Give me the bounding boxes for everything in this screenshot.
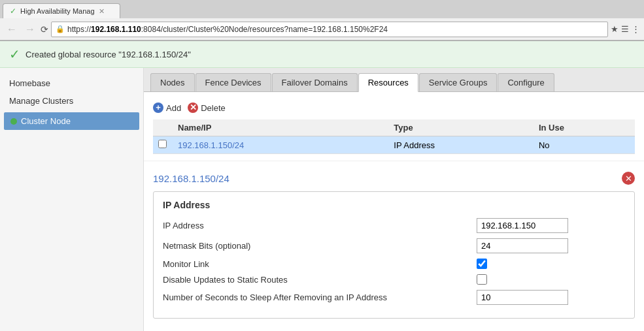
- page: ✓ Created global resource "192.168.1.150…: [0, 41, 644, 331]
- input-sleep-seconds[interactable]: [477, 290, 568, 305]
- browser-tab-bar: ✓ High Availability Manag ✕: [0, 0, 644, 18]
- browser-chrome: ✓ High Availability Manag ✕ ← → ⟳ 🔒 http…: [0, 0, 644, 41]
- table-header-row: Name/IP Type In Use: [153, 119, 635, 136]
- address-host: 192.168.1.110: [91, 25, 141, 34]
- success-message: Created global resource "192.168.1.150/2…: [25, 50, 191, 59]
- tab-favicon: ✓: [10, 7, 16, 16]
- delete-label: Delete: [201, 103, 226, 113]
- address-bar[interactable]: 🔒 https://192.168.1.110:8084/cluster/Clu…: [51, 22, 608, 37]
- actions-bar: + Add ✕ Delete: [153, 99, 635, 117]
- sidebar-item-homebase[interactable]: Homebase: [0, 74, 143, 92]
- table-row[interactable]: 192.168.1.150/24 IP Address No: [153, 136, 635, 154]
- form-row-monitor-link: Monitor Link: [163, 259, 625, 269]
- success-banner: ✓ Created global resource "192.168.1.150…: [0, 41, 644, 68]
- back-button[interactable]: ←: [4, 22, 20, 37]
- col-in-use: In Use: [534, 119, 635, 136]
- add-label: Add: [166, 103, 181, 113]
- main-layout: Homebase Manage Clusters Cluster Node No…: [0, 68, 644, 331]
- col-name-ip: Name/IP: [173, 119, 388, 136]
- label-ip-address: IP Address: [163, 221, 477, 230]
- form-row-disable-updates: Disable Updates to Static Routes: [163, 274, 625, 285]
- content-area: Nodes Fence Devices Failover Domains Res…: [144, 68, 644, 331]
- forward-button[interactable]: →: [22, 22, 38, 37]
- label-disable-updates: Disable Updates to Static Routes: [163, 275, 477, 285]
- detail-header: 192.168.1.150/24 ✕: [153, 168, 635, 191]
- reload-button[interactable]: ⟳: [41, 24, 48, 35]
- detail-section: 192.168.1.150/24 ✕ IP Address IP Address…: [144, 161, 644, 325]
- tab-close-button[interactable]: ✕: [99, 7, 105, 16]
- address-prefix: https://: [67, 25, 91, 34]
- row-name-ip[interactable]: 192.168.1.150/24: [173, 136, 388, 154]
- cluster-node-label: Cluster Node: [21, 116, 71, 126]
- add-icon: +: [153, 102, 163, 113]
- tab-nodes[interactable]: Nodes: [150, 73, 195, 91]
- row-checkbox[interactable]: [158, 140, 167, 148]
- tab-resources[interactable]: Resources: [358, 73, 418, 92]
- col-type: Type: [388, 119, 534, 136]
- address-port: :8084: [141, 25, 161, 34]
- secure-icon: 🔒: [56, 25, 65, 33]
- label-netmask: Netmask Bits (optional): [163, 241, 477, 251]
- form-row-sleep-seconds: Number of Seconds to Sleep After Removin…: [163, 290, 625, 305]
- delete-icon: ✕: [188, 102, 198, 113]
- form-section-title: IP Address: [163, 200, 625, 210]
- browser-tab-active[interactable]: ✓ High Availability Manag ✕: [3, 3, 120, 18]
- detail-form: IP Address IP Address Netmask Bits (opti…: [153, 191, 635, 319]
- detail-close-button[interactable]: ✕: [622, 172, 635, 185]
- label-monitor-link: Monitor Link: [163, 259, 477, 269]
- cluster-status-dot: [10, 118, 17, 125]
- checkbox-disable-updates[interactable]: [477, 274, 487, 285]
- row-type: IP Address: [388, 136, 534, 154]
- row-in-use: No: [534, 136, 635, 154]
- bookmark-button[interactable]: ★: [611, 24, 619, 34]
- tab-service-groups[interactable]: Service Groups: [419, 73, 498, 91]
- success-icon: ✓: [9, 46, 20, 62]
- form-row-netmask: Netmask Bits (optional): [163, 238, 625, 253]
- table-area: + Add ✕ Delete Name/IP Type In: [144, 92, 644, 161]
- form-row-ip-address: IP Address: [163, 218, 625, 233]
- menu-button[interactable]: ⋮: [632, 24, 640, 34]
- sidebar-item-manage-clusters[interactable]: Manage Clusters: [0, 92, 143, 110]
- browser-toolbar: ← → ⟳ 🔒 https://192.168.1.110:8084/clust…: [0, 18, 644, 40]
- resources-table: Name/IP Type In Use 192.168.1.150/24 IP …: [153, 119, 635, 154]
- col-checkbox: [153, 119, 173, 136]
- delete-button[interactable]: ✕ Delete: [188, 102, 226, 113]
- tab-configure[interactable]: Configure: [498, 73, 554, 91]
- browser-tab-title: High Availability Manag: [20, 7, 95, 15]
- extensions-button[interactable]: ☰: [621, 24, 629, 34]
- sidebar-item-cluster-node[interactable]: Cluster Node: [4, 112, 139, 130]
- browser-actions: ★ ☰ ⋮: [611, 24, 640, 34]
- tab-fence-devices[interactable]: Fence Devices: [195, 73, 271, 91]
- row-checkbox-cell[interactable]: [153, 136, 173, 154]
- address-path: /cluster/Cluster%20Node/resources?name=1…: [161, 25, 388, 34]
- input-netmask[interactable]: [477, 238, 568, 253]
- checkbox-monitor-link[interactable]: [477, 259, 487, 269]
- detail-title: 192.168.1.150/24: [153, 173, 229, 184]
- address-text: https://192.168.1.110:8084/cluster/Clust…: [67, 25, 388, 34]
- tabs-bar: Nodes Fence Devices Failover Domains Res…: [144, 68, 644, 92]
- sidebar: Homebase Manage Clusters Cluster Node: [0, 68, 144, 331]
- tab-failover-domains[interactable]: Failover Domains: [272, 73, 358, 91]
- add-button[interactable]: + Add: [153, 102, 181, 113]
- input-ip-address[interactable]: [477, 218, 568, 233]
- label-sleep-seconds: Number of Seconds to Sleep After Removin…: [163, 292, 477, 302]
